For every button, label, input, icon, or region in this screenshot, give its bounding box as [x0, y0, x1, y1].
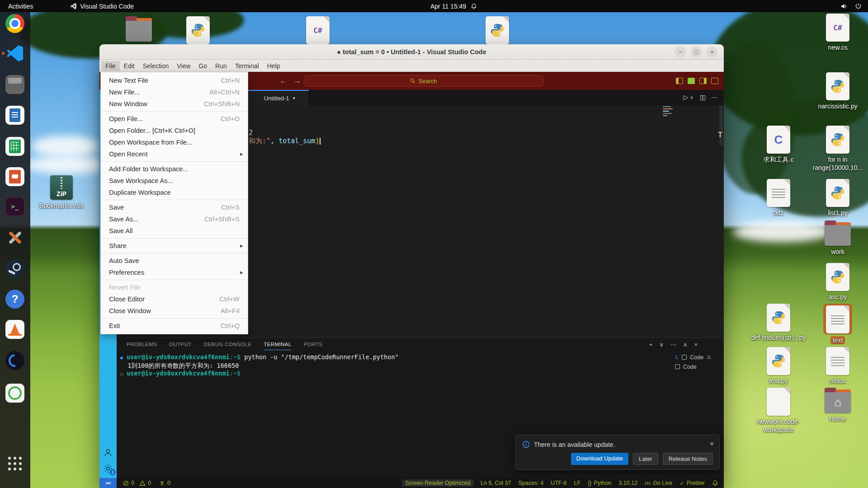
menu-edit[interactable]: Edit: [120, 61, 139, 71]
dock-item-tools[interactable]: [5, 227, 25, 248]
dock-item-browser[interactable]: [5, 350, 25, 371]
menu-view[interactable]: View: [173, 61, 194, 71]
menu-item-save[interactable]: SaveCtrl+S: [101, 202, 248, 213]
toggle-panel-icon[interactable]: [688, 78, 695, 84]
desktop-icon-c[interactable]: C求和工具.c: [749, 126, 808, 164]
ports-status[interactable]: 0: [159, 480, 170, 486]
encoding-status[interactable]: UTF-8: [551, 480, 566, 486]
minimize-button[interactable]: −: [675, 47, 686, 57]
desktop-icon-partial[interactable]: [169, 16, 227, 44]
screen-reader-status[interactable]: Screen Reader Optimized: [402, 479, 473, 487]
menu-item-add-folder-to-workspace[interactable]: Add Folder to Workspace...: [101, 163, 248, 175]
editor-scrollbar[interactable]: [719, 105, 723, 146]
dock-item-show-applications[interactable]: [5, 453, 25, 474]
desktop-icon-text-py[interactable]: text.py: [749, 347, 808, 385]
nav-forward-icon[interactable]: →: [293, 76, 301, 85]
run-dropdown-icon[interactable]: ∨: [690, 95, 693, 100]
menu-item-close-editor[interactable]: Close EditorCtrl+W: [101, 293, 248, 305]
panel-tab-ports[interactable]: PORTS: [304, 342, 322, 350]
desktop-icon-txt1[interactable]: txt1: [749, 179, 808, 217]
terminal-instance[interactable]: Code: [675, 362, 711, 371]
release-notes-button[interactable]: Release Notes: [663, 453, 713, 465]
desktop-icon-partial[interactable]: [109, 16, 168, 42]
menu-run[interactable]: Run: [211, 61, 231, 71]
command-center-search[interactable]: Search: [304, 75, 543, 87]
toggle-secondary-sidebar-icon[interactable]: [699, 78, 707, 84]
more-actions-icon[interactable]: ⋯: [711, 94, 717, 101]
terminal-output[interactable]: ● user@iv-yds6oxrdvkcva4f6nnmi:~$ python…: [120, 353, 399, 378]
panel-tab-output[interactable]: OUTPUT: [169, 342, 192, 350]
eol-status[interactable]: LF: [574, 480, 581, 486]
menu-item-preferences[interactable]: Preferences▶: [101, 267, 248, 278]
menu-selection[interactable]: Selection: [139, 61, 173, 71]
minimap[interactable]: [663, 106, 675, 117]
desktop-icon-narcissistic-py[interactable]: narcissistic.py: [808, 72, 867, 110]
clock[interactable]: Apr 11 15:49: [430, 3, 477, 10]
indentation-status[interactable]: Spaces: 4: [519, 480, 544, 486]
desktop-icon-def-findlen-str-py[interactable]: def findLen(str):. py: [749, 304, 808, 342]
menu-item-new-window[interactable]: New WindowCtrl+Shift+N: [101, 98, 248, 110]
menu-go[interactable]: Go: [194, 61, 211, 71]
activities-button[interactable]: Activities: [8, 3, 33, 10]
later-button[interactable]: Later: [633, 453, 658, 465]
panel-tab-problems[interactable]: PROBLEMS: [127, 342, 157, 350]
dock-item-libreoffice-writer[interactable]: [5, 105, 25, 126]
language-mode[interactable]: {}Python: [588, 480, 611, 486]
dock-item-vlc[interactable]: [5, 319, 25, 340]
python-version[interactable]: 3.10.12: [618, 480, 637, 486]
desktop-icon-bookmarks-vsix[interactable]: ZiPBookmarks.vsix: [32, 175, 91, 210]
close-panel-icon[interactable]: ×: [694, 341, 698, 348]
menu-item-open-workspace-from-file[interactable]: Open Workspace from File...: [101, 136, 248, 148]
notifications-bell-icon[interactable]: [712, 480, 718, 486]
dock-item-files[interactable]: [5, 74, 25, 95]
window-titlebar[interactable]: ● total_sum = 0 • Untitled-1 - Visual St…: [99, 44, 724, 60]
menu-item-new-text-file[interactable]: New Text FileCtrl+N: [101, 75, 248, 86]
desktop-icon-for-n-in-range-10000-10[interactable]: for n in range(10000,10...: [808, 126, 867, 172]
notification-close-icon[interactable]: ×: [710, 440, 714, 447]
menu-item-save-workspace-as[interactable]: Save Workspace As...: [101, 175, 248, 187]
panel-tab-debug-console[interactable]: DEBUG CONSOLE: [204, 342, 252, 350]
focused-app-menu[interactable]: Visual Studio Code: [70, 3, 134, 10]
customize-layout-icon[interactable]: [711, 78, 718, 84]
new-terminal-icon[interactable]: +: [649, 341, 653, 348]
dock-item-libreoffice-calc[interactable]: [5, 136, 25, 157]
dock-item-terminal[interactable]: [5, 196, 25, 217]
dock-item-vscode[interactable]: [5, 43, 25, 64]
menu-item-share[interactable]: Share▶: [101, 240, 248, 252]
desktop-icon-new-cs[interactable]: C#new.cs: [808, 14, 867, 52]
menu-item-open-file[interactable]: Open File...Ctrl+O: [101, 113, 248, 125]
desktop-icon-partial[interactable]: [468, 16, 527, 44]
dock-item-help[interactable]: ?: [5, 289, 25, 310]
menu-item-duplicate-workspace[interactable]: Duplicate Workspace: [101, 187, 248, 198]
menu-item-open-recent[interactable]: Open Recent▶: [101, 148, 248, 160]
menu-file[interactable]: File: [101, 61, 120, 71]
desktop-icon-newwork-code-workspace[interactable]: newwork.code- workspace: [749, 388, 808, 434]
split-editor-icon[interactable]: ▯▯: [700, 94, 705, 101]
menu-item-close-window[interactable]: Close WindowAlt+F4: [101, 305, 248, 317]
terminal-dropdown-icon[interactable]: ∨: [659, 341, 664, 348]
dock-item-software[interactable]: [5, 383, 25, 404]
go-live-button[interactable]: Go Live: [645, 480, 672, 486]
menu-item-open-folder-ctrl-k-ctrl-o[interactable]: Open Folder... [Ctrl+K Ctrl+O]: [101, 125, 248, 136]
menu-item-new-file[interactable]: New File...Alt+Ctrl+N: [101, 86, 248, 98]
remote-indicator[interactable]: ><: [99, 478, 117, 488]
panel-tab-terminal[interactable]: TERMINAL: [264, 342, 291, 350]
desktop-icon-asc-py[interactable]: asc.py: [808, 263, 867, 301]
run-button-icon[interactable]: ▷: [683, 94, 688, 101]
dock-item-libreoffice-impress[interactable]: [5, 166, 25, 187]
download-update-button[interactable]: Download Update: [571, 453, 628, 465]
desktop-icon-work[interactable]: work: [808, 221, 867, 256]
desktop-icon-text[interactable]: text: [808, 304, 867, 344]
prettier-status[interactable]: ✓Prettier: [679, 480, 705, 487]
toggle-sidebar-icon[interactable]: [676, 78, 683, 84]
nav-back-icon[interactable]: ←: [279, 76, 287, 85]
menu-item-save-as[interactable]: Save As...Ctrl+Shift+S: [101, 213, 248, 225]
desktop-icon-home[interactable]: ⌂Home: [808, 388, 867, 423]
maximize-panel-icon[interactable]: ∧: [683, 341, 688, 348]
account-icon[interactable]: [103, 447, 113, 457]
dock-item-steam[interactable]: [5, 258, 25, 279]
power-icon[interactable]: [855, 3, 862, 9]
cursor-position[interactable]: Ln 5, Col 37: [481, 480, 511, 486]
more-icon[interactable]: ⋯: [670, 341, 676, 348]
problems-status[interactable]: 0 0: [123, 480, 151, 486]
